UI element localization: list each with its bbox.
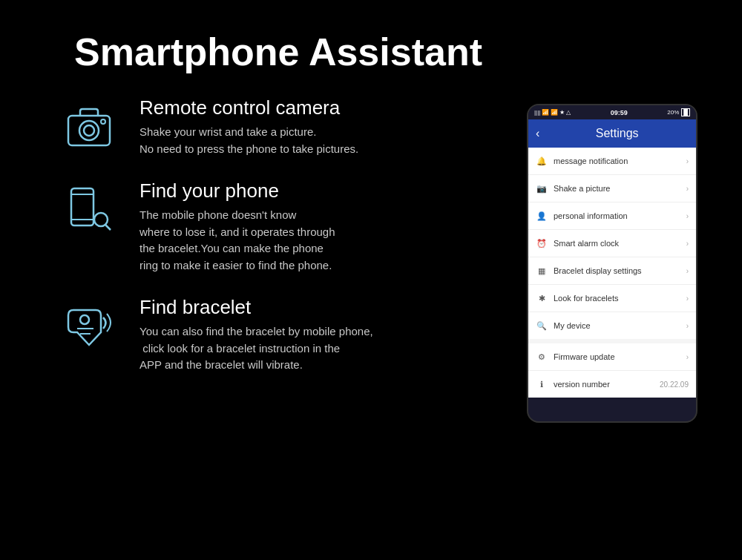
feature-item-findphone: Find your phone The mobile phone doesn't…: [59, 179, 497, 274]
bell-icon: 🔔: [536, 155, 548, 167]
feature-item-findbracelet: Find bracelet You can also find the brac…: [59, 296, 497, 374]
menu-item-firmware[interactable]: ⚙ Firmware update ›: [528, 343, 696, 371]
display-icon: ▦: [536, 265, 548, 277]
feature-findbracelet-text: Find bracelet You can also find the brac…: [139, 296, 373, 374]
arrow-icon-8: ›: [686, 353, 689, 361]
phone-status-bar: |||| 📶 📶 ★ △ 09:59 20% █: [528, 105, 696, 119]
status-signal: |||| 📶 📶 ★ △: [534, 109, 571, 116]
menu-label-alarm: Smart alarm clock: [554, 239, 680, 248]
feature-findphone-text: Find your phone The mobile phone doesn't…: [139, 179, 335, 274]
arrow-icon-3: ›: [686, 212, 689, 220]
status-battery: 20% █: [667, 108, 690, 116]
phone-mockup: |||| 📶 📶 ★ △ 09:59 20% █ ‹ Settings 🔔: [527, 104, 697, 423]
feature-camera-title: Remote control camera: [139, 96, 358, 119]
menu-label-msg: message notification: [554, 157, 680, 165]
bracelet-icon: [59, 296, 119, 355]
menu-item-version: ℹ version number 20.22.09: [528, 371, 696, 398]
svg-line-8: [105, 225, 111, 230]
features-list: Remote control camera Shake your wrist a…: [59, 96, 497, 423]
feature-findbracelet-desc: You can also find the bracelet by mobile…: [139, 323, 373, 374]
phone-search-icon: [59, 179, 119, 239]
menu-item-personal-info[interactable]: 👤 personal information ›: [528, 202, 696, 230]
menu-label-firmware: Firmware update: [554, 352, 680, 361]
arrow-icon: ›: [686, 157, 689, 165]
content-area: Remote control camera Shake your wrist a…: [0, 89, 742, 423]
person-icon: 👤: [536, 210, 548, 222]
clock-icon: ⏰: [536, 237, 548, 249]
svg-point-3: [101, 119, 105, 124]
menu-label-display: Bracelet display settings: [554, 266, 680, 275]
arrow-icon-5: ›: [686, 267, 689, 275]
bluetooth-icon: ✱: [536, 292, 548, 304]
arrow-icon-4: ›: [686, 240, 689, 248]
svg-point-1: [79, 121, 99, 140]
menu-label-version: version number: [554, 380, 654, 389]
menu-item-display-settings[interactable]: ▦ Bracelet display settings ›: [528, 257, 696, 285]
menu-item-message-notification[interactable]: 🔔 message notification ›: [528, 148, 696, 175]
menu-group-1: 🔔 message notification › 📷 Shake a pictu…: [528, 148, 696, 339]
menu-label-personal: personal information: [554, 211, 680, 220]
phone-screen-title: Settings: [545, 127, 689, 140]
feature-camera-text: Remote control camera Shake your wrist a…: [139, 96, 358, 157]
menu-item-alarm[interactable]: ⏰ Smart alarm clock ›: [528, 230, 696, 257]
info-icon: ℹ: [536, 378, 548, 390]
settings-icon: ⚙: [536, 351, 548, 363]
feature-findphone-desc: The mobile phone doesn't knowwhere to lo…: [139, 207, 335, 274]
status-time: 09:59: [611, 109, 628, 116]
shake-icon: 📷: [536, 182, 548, 194]
arrow-icon-7: ›: [686, 322, 689, 330]
phone-header: ‹ Settings: [528, 119, 696, 148]
menu-label-shake: Shake a picture: [554, 184, 680, 193]
svg-point-2: [84, 125, 94, 136]
menu-item-my-device[interactable]: 🔍 My device ›: [528, 312, 696, 339]
arrow-icon-6: ›: [686, 294, 689, 303]
version-value: 20.22.09: [660, 381, 689, 389]
arrow-icon-2: ›: [686, 185, 689, 193]
svg-point-7: [94, 213, 108, 226]
menu-item-shake-picture[interactable]: 📷 Shake a picture ›: [528, 175, 696, 202]
search-icon: 🔍: [536, 320, 548, 332]
feature-camera-desc: Shake your wrist and take a picture.No n…: [139, 124, 358, 157]
camera-icon: [59, 96, 119, 156]
menu-item-look-bracelets[interactable]: ✱ Look for bracelets ›: [528, 285, 696, 312]
page-title: Smartphone Assistant: [0, 0, 742, 89]
svg-point-9: [80, 315, 89, 324]
feature-findbracelet-title: Find bracelet: [139, 296, 373, 319]
phone-menu-list: 🔔 message notification › 📷 Shake a pictu…: [528, 148, 696, 398]
back-arrow-icon[interactable]: ‹: [536, 127, 539, 140]
menu-label-look-bracelets: Look for bracelets: [554, 294, 680, 303]
feature-item-camera: Remote control camera Shake your wrist a…: [59, 96, 497, 157]
menu-label-device: My device: [554, 321, 680, 330]
feature-findphone-title: Find your phone: [139, 179, 335, 202]
menu-group-2: ⚙ Firmware update › ℹ version number 20.…: [528, 343, 696, 398]
